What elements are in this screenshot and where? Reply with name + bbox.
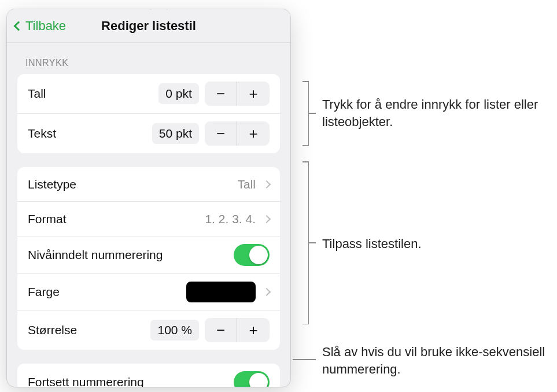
row-continue-numbering: Fortsett nummerering bbox=[17, 364, 280, 387]
text-indent-value[interactable]: 50 pkt bbox=[152, 123, 199, 144]
row-color[interactable]: Farge bbox=[17, 274, 280, 310]
format-value: 1. 2. 3. 4. bbox=[205, 212, 256, 226]
minus-button[interactable]: − bbox=[205, 82, 237, 106]
row-label: Farge bbox=[28, 285, 186, 299]
group-indent: Tall 0 pkt − + Tekst 50 pkt − + bbox=[17, 74, 280, 153]
row-label: Tekst bbox=[28, 127, 152, 140]
chevron-right-icon bbox=[263, 180, 271, 188]
minus-button[interactable]: − bbox=[205, 318, 237, 342]
number-indent-value[interactable]: 0 pkt bbox=[158, 83, 199, 104]
row-label: Størrelse bbox=[28, 323, 150, 337]
size-value[interactable]: 100 % bbox=[150, 320, 199, 341]
callout-indent-help: Trykk for å endre innrykk for lister ell… bbox=[322, 96, 557, 130]
callout-leader bbox=[293, 359, 316, 360]
back-label: Tilbake bbox=[25, 19, 66, 34]
edit-list-style-popover: Tilbake Rediger listestil Innrykk Tall 0… bbox=[7, 9, 290, 387]
chevron-right-icon bbox=[263, 288, 271, 296]
row-size: Størrelse 100 % − + bbox=[17, 310, 280, 350]
color-swatch bbox=[186, 282, 256, 302]
plus-button[interactable]: + bbox=[237, 82, 270, 106]
chevron-right-icon bbox=[263, 215, 271, 223]
row-number-indent: Tall 0 pkt − + bbox=[17, 74, 280, 114]
row-tiered-numbering: Nivåinndelt nummerering bbox=[17, 236, 280, 274]
row-list-type[interactable]: Listetype Tall bbox=[17, 167, 280, 202]
list-type-value: Tall bbox=[237, 177, 256, 191]
number-indent-stepper: − + bbox=[205, 82, 270, 106]
text-indent-stepper: − + bbox=[205, 121, 270, 146]
minus-button[interactable]: − bbox=[205, 121, 237, 146]
row-label: Tall bbox=[28, 87, 158, 101]
row-format[interactable]: Format 1. 2. 3. 4. bbox=[17, 202, 280, 236]
group-continue: Fortsett nummerering bbox=[17, 364, 280, 387]
callout-continue-help: Slå av hvis du vil bruke ikke-sekvensiel… bbox=[322, 343, 557, 378]
popover-header: Tilbake Rediger listestil bbox=[7, 9, 290, 43]
plus-button[interactable]: + bbox=[237, 121, 270, 146]
callout-bracket bbox=[303, 81, 309, 146]
callout-tick bbox=[309, 113, 316, 114]
group-style: Listetype Tall Format 1. 2. 3. 4. Nivåin… bbox=[17, 167, 280, 350]
continue-numbering-toggle[interactable] bbox=[234, 371, 270, 387]
chevron-left-icon bbox=[14, 21, 24, 31]
callout-tick bbox=[309, 242, 316, 243]
popover-title: Rediger listestil bbox=[101, 19, 196, 34]
row-label: Fortsett nummerering bbox=[28, 375, 234, 387]
row-text-indent: Tekst 50 pkt − + bbox=[17, 114, 280, 153]
tiered-numbering-toggle[interactable] bbox=[234, 244, 270, 266]
callout-style-help: Tilpass listestilen. bbox=[322, 235, 422, 253]
callout-bracket bbox=[303, 161, 309, 324]
plus-button[interactable]: + bbox=[237, 318, 270, 342]
section-header-indent: Innrykk bbox=[7, 43, 290, 74]
row-label: Listetype bbox=[28, 177, 237, 191]
size-stepper: − + bbox=[205, 318, 270, 342]
back-button[interactable]: Tilbake bbox=[15, 19, 66, 34]
row-label: Nivåinndelt nummerering bbox=[28, 248, 234, 262]
row-label: Format bbox=[28, 212, 205, 226]
